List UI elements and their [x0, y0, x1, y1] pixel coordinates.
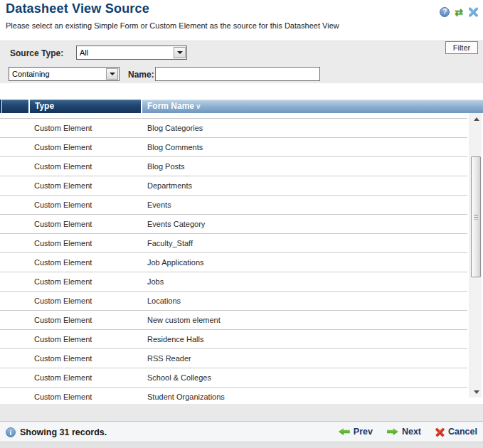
source-type-select[interactable]: All: [76, 46, 187, 60]
footer-bar: i Showing 31 records. Prev Next Cancel: [0, 421, 483, 442]
name-input[interactable]: [155, 67, 320, 81]
table-row[interactable]: Custom Element New custom element: [0, 311, 467, 330]
table-row[interactable]: Custom Element Events Category: [0, 215, 467, 234]
arrow-left-icon: [339, 428, 350, 435]
row-type-cell: Custom Element: [0, 393, 113, 401]
cancel-x-icon: [435, 427, 445, 437]
next-button[interactable]: Next: [387, 427, 421, 437]
chevron-down-icon[interactable]: [106, 68, 118, 80]
chevron-down-icon[interactable]: [174, 47, 186, 58]
row-form-name-cell: Blog Comments: [113, 143, 203, 151]
vertical-scrollbar[interactable]: [469, 113, 482, 398]
table-row[interactable]: Custom Element Blog Comments: [0, 138, 467, 157]
cancel-button[interactable]: Cancel: [435, 427, 477, 437]
row-type-cell: Custom Element: [0, 181, 113, 190]
type-column-header[interactable]: Type: [30, 100, 141, 113]
table-row[interactable]: Custom Element Departments: [0, 176, 467, 196]
row-type-cell: Custom Element: [0, 316, 113, 324]
row-form-name-cell: Departments: [113, 181, 192, 190]
row-type-cell: Custom Element: [0, 373, 113, 382]
prev-label: Prev: [354, 427, 373, 437]
row-form-name-cell: Residence Halls: [113, 335, 203, 343]
row-type-cell: Custom Element: [0, 143, 113, 151]
name-label: Name:: [128, 70, 154, 80]
table-row[interactable]: Custom Element Locations: [0, 292, 467, 311]
row-form-name-cell: Faculty_Staff: [113, 239, 193, 247]
row-type-cell: Custom Element: [0, 258, 113, 267]
row-type-cell: Custom Element: [0, 239, 113, 247]
table-row[interactable]: Custom Element Student Organizations: [0, 388, 467, 404]
row-form-name-cell: Events Category: [113, 220, 205, 228]
row-form-name-cell: Locations: [113, 297, 181, 305]
arrow-right-icon: [387, 428, 398, 435]
refresh-icon[interactable]: ⇄: [455, 7, 463, 17]
table-row[interactable]: Custom Element Faculty_Staff: [0, 234, 467, 253]
page-title: Datasheet View Source: [6, 1, 149, 16]
help-icon[interactable]: ?: [440, 7, 450, 17]
scroll-up-arrow-icon[interactable]: [470, 113, 482, 124]
table-row[interactable]: Custom Element Blog Posts: [0, 157, 467, 176]
match-mode-select[interactable]: Containing: [9, 67, 120, 81]
info-icon: i: [6, 427, 16, 437]
table-row[interactable]: Custom Element Events: [0, 196, 467, 215]
grid-viewport: Custom Element Blog Custom Element Blog …: [0, 113, 483, 404]
form-name-column-header[interactable]: Form Namev: [142, 100, 483, 113]
close-icon[interactable]: [468, 6, 479, 17]
filter-panel: Source Type: All Filter Containing Name:: [0, 41, 483, 83]
source-type-label: Source Type:: [10, 48, 63, 58]
table-row[interactable]: Custom Element School & Colleges: [0, 368, 467, 388]
form-name-column-label: Form Name: [147, 101, 194, 111]
row-type-cell: Custom Element: [0, 124, 113, 132]
row-type-cell: Custom Element: [0, 201, 113, 209]
record-count-status: Showing 31 records.: [20, 427, 107, 437]
footer-nav: Prev Next Cancel: [339, 422, 477, 442]
table-row[interactable]: Custom Element RSS Reader: [0, 349, 467, 368]
scroll-down-arrow-icon[interactable]: [470, 386, 482, 398]
page-bottom-strip: [0, 442, 483, 448]
grid-bottom-filler: [0, 404, 483, 421]
dialog-subtitle: Please select an existing Simple Form or…: [6, 21, 339, 30]
title-icons: ? ⇄: [440, 6, 479, 17]
type-column-label: Type: [35, 101, 54, 111]
table-row[interactable]: Custom Element Residence Halls: [0, 330, 467, 349]
row-form-name-cell: Jobs: [113, 277, 164, 286]
row-form-name-cell: RSS Reader: [113, 354, 191, 363]
row-form-name-cell: Blog Posts: [113, 162, 185, 171]
row-form-name-cell: Student Organizations: [113, 393, 225, 401]
cancel-label: Cancel: [448, 427, 477, 437]
scrollbar-thumb[interactable]: [471, 156, 481, 277]
grid-rows: Custom Element Blog Custom Element Blog …: [0, 113, 467, 404]
match-mode-selected-value: Containing: [12, 70, 105, 78]
row-form-name-cell: New custom element: [113, 316, 221, 324]
table-row[interactable]: Custom Element Blog: [0, 113, 467, 119]
table-row[interactable]: Custom Element Blog Categories: [0, 119, 467, 138]
row-form-name-cell: School & Colleges: [113, 373, 211, 382]
row-type-cell: Custom Element: [0, 162, 113, 171]
row-form-name-cell: Blog Categories: [113, 124, 203, 132]
select-column-header: [2, 100, 28, 113]
row-form-name-cell: Events: [113, 201, 171, 209]
row-type-cell: Custom Element: [0, 277, 113, 286]
row-type-cell: Custom Element: [0, 297, 113, 305]
row-type-cell: Custom Element: [0, 354, 113, 363]
filter-button[interactable]: Filter: [445, 41, 478, 54]
next-label: Next: [402, 427, 421, 437]
grid-header: Type Form Namev: [0, 100, 483, 113]
prev-button[interactable]: Prev: [339, 427, 373, 437]
row-type-cell: Custom Element: [0, 220, 113, 228]
table-row[interactable]: Custom Element Job Applications: [0, 253, 467, 272]
sort-descending-icon: v: [196, 102, 201, 110]
source-type-selected-value: All: [80, 48, 172, 57]
row-type-cell: Custom Element: [0, 335, 113, 343]
row-form-name-cell: Job Applications: [113, 258, 204, 267]
table-row[interactable]: Custom Element Jobs: [0, 272, 467, 292]
